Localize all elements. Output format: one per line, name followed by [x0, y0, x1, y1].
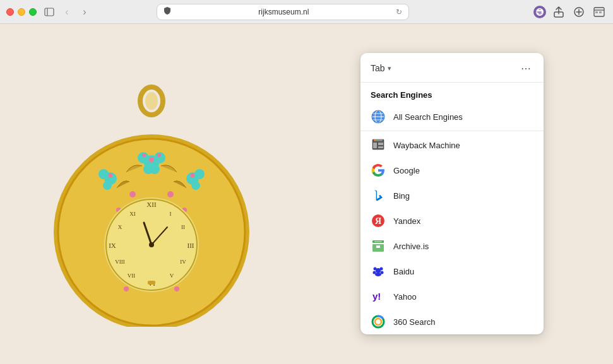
menu-divider — [360, 131, 544, 131]
extension-icon[interactable] — [533, 6, 546, 18]
svg-rect-57 — [148, 281, 155, 285]
svg-text:X: X — [118, 224, 122, 230]
svg-point-31 — [191, 173, 195, 177]
svg-point-80 — [380, 267, 383, 271]
svg-rect-77 — [374, 241, 382, 242]
wayback-machine-label: Wayback Machine — [393, 141, 460, 150]
tabs-button[interactable] — [592, 4, 607, 20]
search-engines-dropdown: Tab ▾ ⋯ Search Engines All Search Eng — [360, 53, 544, 334]
svg-text:IX: IX — [109, 242, 116, 249]
svg-point-29 — [194, 169, 205, 179]
more-options-button[interactable]: ⋯ — [518, 61, 533, 76]
forward-button[interactable]: › — [77, 4, 92, 20]
svg-rect-0 — [45, 8, 54, 16]
url-display: rijksmuseum.nl — [175, 8, 392, 16]
section-title-row: Search Engines — [360, 83, 544, 104]
share-button[interactable] — [551, 4, 566, 20]
clock-illustration: XII III VI IX I II IV V VII VIII X XI — [51, 62, 253, 327]
baidu-label: Baidu — [393, 267, 414, 276]
wayback-icon — [371, 138, 386, 153]
bing-icon — [371, 188, 386, 203]
menu-item-all-search-engines[interactable]: All Search Engines — [360, 104, 544, 129]
back-button[interactable]: ‹ — [59, 4, 74, 20]
close-button[interactable] — [6, 8, 14, 16]
security-icon — [164, 6, 171, 17]
svg-point-21 — [149, 157, 154, 162]
page-content: XII III VI IX I II IV V VII VIII X XI — [0, 24, 613, 364]
svg-point-33 — [167, 191, 174, 197]
yahoo-label: Yahoo — [393, 292, 417, 302]
svg-point-79 — [374, 267, 377, 271]
svg-text:II: II — [181, 224, 185, 230]
svg-text:IV: IV — [180, 259, 186, 265]
svg-rect-68 — [378, 146, 383, 148]
svg-point-12 — [145, 92, 158, 110]
svg-point-22 — [142, 153, 146, 157]
browser-actions — [533, 4, 607, 20]
svg-rect-76 — [376, 245, 380, 248]
archive-icon — [371, 238, 386, 254]
360-search-icon — [371, 314, 386, 329]
globe-icon — [371, 109, 386, 124]
menu-item-360-search[interactable]: 360 Search — [360, 309, 544, 334]
svg-text:Я: Я — [375, 216, 381, 226]
traffic-lights — [6, 8, 37, 16]
svg-point-38 — [124, 286, 129, 291]
svg-rect-71 — [376, 140, 377, 141]
maximize-button[interactable] — [29, 8, 37, 16]
dropdown-header: Tab ▾ ⋯ — [360, 53, 544, 83]
svg-point-30 — [191, 181, 200, 190]
svg-rect-70 — [375, 140, 376, 141]
address-bar[interactable]: rijksmuseum.nl ↻ — [157, 4, 409, 20]
google-icon — [371, 163, 386, 178]
section-title: Search Engines — [371, 90, 432, 100]
yandex-label: Yandex — [393, 216, 420, 226]
svg-text:y!: y! — [372, 291, 381, 302]
bing-label: Bing — [393, 191, 410, 201]
baidu-icon — [371, 264, 386, 279]
svg-text:XI: XI — [129, 211, 136, 217]
browser-chrome: ‹ › rijksmuseum.nl ↻ — [0, 0, 613, 24]
menu-item-archive-is[interactable]: Archive.is — [360, 233, 544, 259]
menu-item-yahoo[interactable]: y! Yahoo — [360, 284, 544, 309]
svg-rect-66 — [373, 143, 377, 148]
svg-rect-67 — [378, 143, 383, 145]
minimize-button[interactable] — [18, 8, 25, 16]
nav-buttons: ‹ › — [59, 4, 92, 20]
tab-label: Tab — [371, 63, 385, 73]
menu-item-bing[interactable]: Bing — [360, 183, 544, 208]
svg-point-20 — [150, 164, 160, 174]
yandex-icon: Я — [371, 213, 386, 228]
google-label: Google — [393, 166, 420, 175]
menu-item-google[interactable]: Google — [360, 158, 544, 183]
svg-text:VII: VII — [128, 273, 136, 279]
svg-text:VIII: VIII — [115, 259, 125, 265]
360-search-label: 360 Search — [393, 317, 436, 327]
svg-text:V: V — [170, 273, 174, 279]
svg-text:III: III — [187, 242, 194, 249]
tab-label-button[interactable]: Tab ▾ — [371, 63, 391, 73]
svg-rect-10 — [599, 11, 602, 13]
yahoo-icon: y! — [371, 289, 386, 304]
archive-is-label: Archive.is — [393, 242, 429, 251]
svg-point-25 — [98, 169, 109, 179]
svg-point-39 — [174, 286, 179, 291]
menu-item-wayback-machine[interactable]: Wayback Machine — [360, 132, 544, 158]
svg-point-32 — [129, 191, 136, 197]
all-search-engines-label: All Search Engines — [393, 112, 463, 122]
new-tab-button[interactable] — [571, 4, 586, 20]
svg-rect-9 — [595, 11, 598, 13]
svg-point-86 — [375, 319, 381, 325]
svg-point-23 — [157, 153, 161, 157]
svg-point-26 — [103, 181, 112, 190]
chevron-down-icon: ▾ — [388, 64, 391, 73]
svg-point-56 — [149, 242, 154, 247]
svg-point-83 — [375, 273, 381, 276]
svg-text:XII: XII — [146, 201, 157, 208]
menu-item-baidu[interactable]: Baidu — [360, 259, 544, 284]
menu-item-yandex[interactable]: Я Yandex — [360, 208, 544, 233]
sidebar-toggle-icon[interactable] — [44, 7, 54, 17]
svg-rect-69 — [374, 140, 374, 141]
reload-button[interactable]: ↻ — [396, 8, 402, 16]
svg-point-27 — [109, 173, 113, 177]
